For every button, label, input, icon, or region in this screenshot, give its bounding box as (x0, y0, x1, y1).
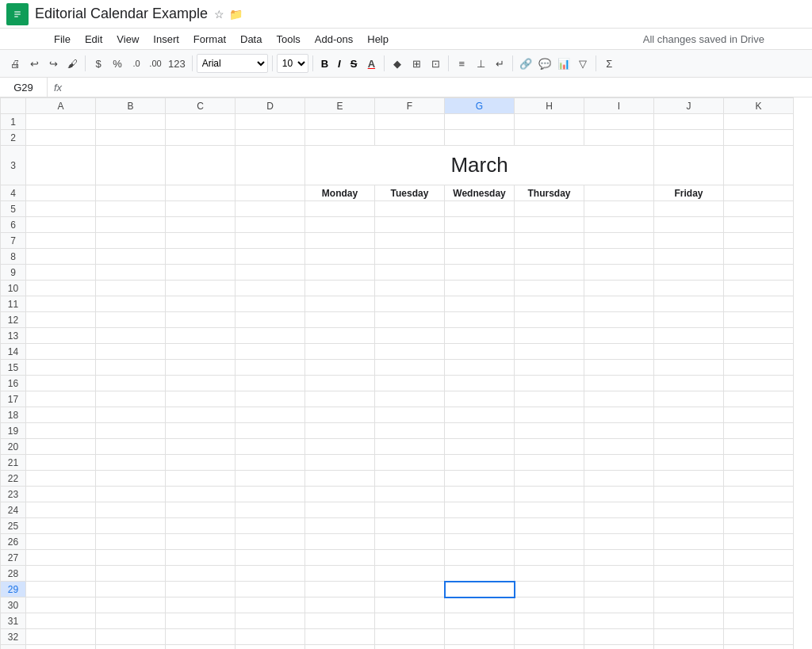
cell-B32[interactable] (96, 629, 166, 645)
cell-F31[interactable] (375, 613, 445, 629)
cell-J5[interactable] (654, 201, 724, 217)
cell-A17[interactable] (26, 391, 96, 407)
cell-C8[interactable] (166, 249, 236, 265)
cell-B21[interactable] (96, 455, 166, 471)
cell-K24[interactable] (724, 502, 794, 518)
cell-E4[interactable]: Monday (305, 185, 375, 201)
cell-C14[interactable] (166, 344, 236, 360)
text-wrap-button[interactable]: ↵ (491, 54, 508, 73)
row-header-2[interactable]: 2 (1, 130, 26, 146)
cell-G21[interactable] (445, 455, 515, 471)
cell-B24[interactable] (96, 502, 166, 518)
cell-J18[interactable] (654, 407, 724, 423)
cell-A30[interactable] (26, 597, 96, 613)
undo-button[interactable]: ↩ (25, 54, 43, 73)
cell-J24[interactable] (654, 502, 724, 518)
menu-tools[interactable]: Tools (270, 32, 306, 47)
cell-J11[interactable] (654, 296, 724, 312)
row-header-19[interactable]: 19 (1, 423, 26, 439)
cell-A13[interactable] (26, 328, 96, 344)
cell-D31[interactable] (236, 613, 305, 629)
cell-D27[interactable] (236, 550, 305, 566)
row-header-15[interactable]: 15 (1, 360, 26, 376)
cell-H30[interactable] (515, 597, 584, 613)
cell-K16[interactable] (724, 376, 794, 391)
cell-D18[interactable] (236, 407, 305, 423)
cell-K11[interactable] (724, 296, 794, 312)
bold-button[interactable]: B (317, 54, 332, 73)
cell-F18[interactable] (375, 407, 445, 423)
cell-D4[interactable] (236, 185, 305, 201)
borders-button[interactable]: ⊞ (408, 54, 425, 73)
cell-B9[interactable] (96, 265, 166, 281)
cell-H18[interactable] (515, 407, 584, 423)
cell-D29[interactable] (236, 582, 305, 597)
cell-C1[interactable] (166, 114, 236, 130)
cell-I30[interactable] (584, 597, 654, 613)
row-header-4[interactable]: 4 (1, 185, 26, 201)
cell-G23[interactable] (445, 487, 515, 502)
cell-H33[interactable] (515, 645, 584, 650)
cell-F4[interactable]: Tuesday (375, 185, 445, 201)
cell-I32[interactable] (584, 629, 654, 645)
cell-G24[interactable] (445, 502, 515, 518)
cell-J26[interactable] (654, 534, 724, 550)
col-header-E[interactable]: E (305, 98, 375, 114)
cell-F20[interactable] (375, 439, 445, 455)
cell-J1[interactable] (654, 114, 724, 130)
row-header-3[interactable]: 3 (1, 146, 26, 185)
cell-K31[interactable] (724, 613, 794, 629)
cell-B11[interactable] (96, 296, 166, 312)
cell-H25[interactable] (515, 518, 584, 534)
row-header-6[interactable]: 6 (1, 217, 26, 233)
cell-C30[interactable] (166, 597, 236, 613)
cell-D8[interactable] (236, 249, 305, 265)
row-header-11[interactable]: 11 (1, 296, 26, 312)
cell-G18[interactable] (445, 407, 515, 423)
cell-D13[interactable] (236, 328, 305, 344)
cell-B12[interactable] (96, 312, 166, 328)
cell-F23[interactable] (375, 487, 445, 502)
currency-button[interactable]: $ (90, 54, 107, 73)
cell-F14[interactable] (375, 344, 445, 360)
star-icon[interactable]: ☆ (214, 8, 224, 21)
cell-K29[interactable] (724, 582, 794, 597)
cell-C25[interactable] (166, 518, 236, 534)
cell-E3[interactable]: March (305, 146, 654, 185)
cell-A8[interactable] (26, 249, 96, 265)
cell-A16[interactable] (26, 376, 96, 391)
cell-E16[interactable] (305, 376, 375, 391)
cell-A11[interactable] (26, 296, 96, 312)
cell-I23[interactable] (584, 487, 654, 502)
cell-K15[interactable] (724, 360, 794, 376)
cell-H28[interactable] (515, 566, 584, 582)
cell-K33[interactable] (724, 645, 794, 650)
cell-I22[interactable] (584, 471, 654, 487)
cell-C10[interactable] (166, 281, 236, 296)
cell-H31[interactable] (515, 613, 584, 629)
row-header-8[interactable]: 8 (1, 249, 26, 265)
cell-B14[interactable] (96, 344, 166, 360)
cell-K27[interactable] (724, 550, 794, 566)
cell-F25[interactable] (375, 518, 445, 534)
cell-D10[interactable] (236, 281, 305, 296)
cell-G30[interactable] (445, 597, 515, 613)
cell-J33[interactable] (654, 645, 724, 650)
cell-I16[interactable] (584, 376, 654, 391)
cell-A22[interactable] (26, 471, 96, 487)
cell-F1[interactable] (375, 114, 445, 130)
cell-J28[interactable] (654, 566, 724, 582)
cell-H22[interactable] (515, 471, 584, 487)
row-header-10[interactable]: 10 (1, 281, 26, 296)
cell-I29[interactable] (584, 582, 654, 597)
cell-C17[interactable] (166, 391, 236, 407)
cell-J22[interactable] (654, 471, 724, 487)
cell-D11[interactable] (236, 296, 305, 312)
cell-H26[interactable] (515, 534, 584, 550)
cell-B16[interactable] (96, 376, 166, 391)
text-color-button[interactable]: A (362, 54, 380, 73)
cell-F7[interactable] (375, 233, 445, 249)
align-h-button[interactable]: ≡ (453, 54, 470, 73)
cell-D17[interactable] (236, 391, 305, 407)
cell-A27[interactable] (26, 550, 96, 566)
